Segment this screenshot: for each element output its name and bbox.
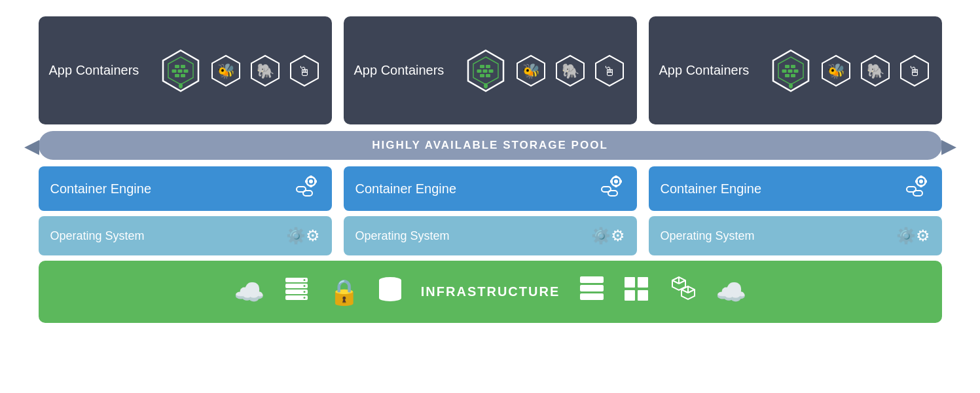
- app-container-label-1: App Containers: [49, 63, 139, 78]
- app-icons-2: 🐝 🐘 🖱: [463, 48, 626, 94]
- os-gear-icon-1: ⚙️⚙: [286, 227, 320, 245]
- elephant-hex-icon-3: 🐘: [858, 54, 892, 88]
- container-engine-row: Container Engine Container Engine: [39, 166, 942, 211]
- os-gear-icon-2: ⚙️⚙: [591, 227, 625, 245]
- svg-rect-3: [181, 65, 185, 68]
- cloud2-icon: ☁️: [716, 278, 746, 307]
- windows-icon: [624, 276, 649, 307]
- svg-rect-55: [310, 176, 312, 178]
- container-engine-label-1: Container Engine: [50, 181, 152, 196]
- container-engine-box-1: Container Engine: [39, 166, 332, 211]
- svg-text:🐘: 🐘: [866, 62, 884, 80]
- app-containers-row: App Containers: [39, 16, 942, 124]
- svg-rect-8: [181, 74, 185, 77]
- svg-rect-22: [482, 69, 487, 73]
- os-label-2: Operating System: [355, 229, 450, 243]
- elephant-hex-icon-1: 🐘: [248, 54, 282, 88]
- windows-logo-icon: [624, 276, 649, 301]
- bee-hex-icon-2: 🐝: [514, 54, 548, 88]
- svg-rect-5: [177, 69, 182, 73]
- svg-rect-93: [625, 277, 635, 288]
- elephant-hex-icon-2: 🐘: [553, 54, 587, 88]
- svg-rect-56: [310, 185, 312, 187]
- svg-text:🐝: 🐝: [522, 62, 540, 80]
- svg-rect-96: [638, 290, 648, 301]
- container-engine-box-2: Container Engine: [344, 166, 637, 211]
- database-icon: [378, 275, 403, 309]
- engine-gear-icon-2: [596, 172, 625, 206]
- svg-line-104: [681, 290, 688, 293]
- sprocket-icon-2: [596, 172, 625, 201]
- svg-point-68: [919, 179, 923, 183]
- lock-cloud-icon: 🔒: [329, 278, 359, 307]
- svg-rect-64: [615, 185, 617, 187]
- svg-point-80: [303, 285, 305, 287]
- app-icons-1: 🐝 🐘 🖱: [158, 48, 321, 94]
- storage-pool-bar: ◀ HIGHLY AVAILABLE STORAGE POOL ▶: [39, 131, 942, 160]
- container-engine-box-3: Container Engine: [649, 166, 942, 211]
- svg-rect-57: [305, 180, 308, 183]
- svg-rect-37: [791, 65, 795, 68]
- svg-text:🐘: 🐘: [256, 62, 274, 80]
- storage-pool-label: HIGHLY AVAILABLE STORAGE POOL: [372, 139, 608, 152]
- svg-rect-54: [303, 191, 312, 196]
- bee-hex-icon-3: 🐝: [819, 54, 853, 88]
- svg-text:🖱: 🖱: [603, 64, 616, 79]
- svg-point-82: [303, 297, 305, 299]
- os-box-2: Operating System ⚙️⚙: [344, 216, 637, 255]
- cloud-icon: ☁️: [234, 278, 264, 307]
- svg-rect-70: [913, 191, 922, 196]
- svg-rect-65: [610, 180, 613, 183]
- os-gear-icon-3: ⚙️⚙: [896, 227, 930, 245]
- svg-line-100: [672, 280, 679, 284]
- svg-rect-90: [580, 276, 604, 283]
- svg-rect-36: [785, 65, 789, 68]
- svg-rect-94: [638, 277, 648, 288]
- svg-point-79: [303, 279, 305, 281]
- svg-text:🐝: 🐝: [827, 62, 845, 80]
- svg-rect-41: [785, 74, 789, 77]
- datacenter-icon: [283, 275, 310, 303]
- os-label-1: Operating System: [50, 229, 145, 243]
- app-container-box-3: App Containers: [649, 16, 942, 124]
- svg-text:🖱: 🖱: [298, 64, 311, 79]
- cursor-hex-icon-1: 🖱: [287, 54, 321, 88]
- storage-pool-row: ◀ HIGHLY AVAILABLE STORAGE POOL ▶: [39, 130, 942, 161]
- os-label-3: Operating System: [661, 229, 755, 243]
- svg-rect-4: [172, 69, 176, 73]
- svg-text:🐝: 🐝: [217, 62, 235, 80]
- svg-point-52: [309, 179, 313, 183]
- app-container-box-1: App Containers: [39, 16, 332, 124]
- app-container-box-2: App Containers: [344, 16, 637, 124]
- svg-rect-19: [480, 65, 484, 68]
- operating-system-row: Operating System ⚙️⚙ Operating System ⚙️…: [39, 216, 942, 255]
- docker-hex-icon-3: [768, 48, 814, 94]
- docker-hex-icon-2: [463, 48, 509, 94]
- sprocket-icon-3: [901, 172, 930, 201]
- svg-rect-23: [488, 69, 493, 73]
- cursor-hex-icon-3: 🖱: [898, 54, 932, 88]
- svg-rect-21: [477, 69, 481, 73]
- svg-rect-58: [314, 180, 317, 183]
- svg-rect-73: [915, 180, 918, 183]
- app-container-label-3: App Containers: [659, 63, 750, 78]
- svg-rect-2: [175, 65, 179, 68]
- server-layers-icon: [578, 276, 606, 301]
- infrastructure-label: INFRASTRUCTURE: [421, 284, 560, 299]
- svg-rect-7: [175, 74, 179, 77]
- server-rack-icon: [283, 275, 310, 309]
- svg-rect-40: [793, 69, 798, 73]
- svg-point-89: [379, 295, 401, 301]
- svg-rect-63: [615, 176, 617, 178]
- svg-rect-71: [920, 176, 922, 178]
- bee-hex-icon-1: 🐝: [209, 54, 243, 88]
- sprocket-icon-1: [291, 172, 320, 201]
- svg-rect-92: [580, 293, 604, 300]
- svg-line-103: [688, 290, 695, 293]
- arrow-right-icon: ▶: [941, 134, 956, 157]
- svg-rect-39: [788, 69, 792, 73]
- db-stack-icon: [378, 275, 403, 303]
- svg-rect-38: [782, 69, 786, 73]
- svg-point-81: [303, 291, 305, 293]
- svg-rect-6: [183, 69, 188, 73]
